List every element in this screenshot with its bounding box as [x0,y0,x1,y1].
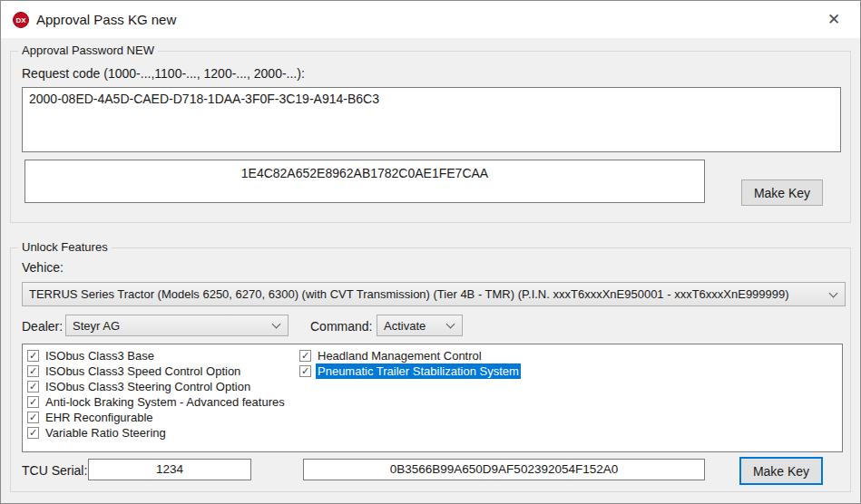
command-select[interactable]: Activate [377,315,463,336]
checkbox-checked-icon[interactable]: ✓ [299,350,311,362]
feature-item[interactable]: ✓ ISObus Class3 Speed Control Option [27,363,287,379]
feature-column-left: ✓ ISObus Class3 Base ✓ ISObus Class3 Spe… [27,348,287,441]
chevron-down-icon [446,320,455,329]
app-window: DX Approval Pass KG new ✕ Approval Passw… [0,0,861,504]
approval-group-title: Approval Password NEW [18,44,158,57]
title-bar[interactable]: DX Approval Pass KG new ✕ [1,1,860,38]
request-code-label: Request code (1000-...,1100-..., 1200-..… [22,66,305,81]
feature-item[interactable]: ✓ ISObus Class3 Steering Control Option [27,379,287,394]
command-label: Command: [310,319,372,334]
checkbox-checked-icon[interactable]: ✓ [299,365,311,377]
feature-list[interactable]: ✓ ISObus Class3 Base ✓ ISObus Class3 Spe… [22,344,843,452]
dealer-select[interactable]: Steyr AG [65,315,289,336]
approval-password-group: Approval Password NEW Request code (1000… [10,51,851,223]
close-icon[interactable]: ✕ [822,8,846,32]
window-title: Approval Pass KG new [36,12,176,27]
tcu-serial-label: TCU Serial: [22,463,87,478]
app-logo-icon: DX [13,12,29,28]
dealer-label: Dealer: [22,319,63,334]
vehicle-label: Vehice: [22,260,64,275]
feature-item[interactable]: ✓ Variable Ratio Steering [27,425,287,441]
checkbox-checked-icon[interactable]: ✓ [27,381,39,393]
approval-key-field[interactable]: 1E4C82A652E8962AB1782C0AE1FE7CAA [24,160,705,203]
chevron-down-icon [272,320,281,329]
vehicle-select[interactable]: TERRUS Series Tractor (Models 6250, 6270… [22,282,846,306]
command-select-value: Activate [384,319,426,333]
feature-column-right: ✓ Headland Management Control ✓ Pneumati… [299,348,521,379]
feature-item[interactable]: ✓ EHR Reconfigurable [27,410,287,425]
checkbox-checked-icon[interactable]: ✓ [27,412,39,423]
feature-item[interactable]: ✓ Anti-lock Braking System - Advanced fe… [27,394,287,410]
checkbox-checked-icon[interactable]: ✓ [27,365,39,377]
chevron-down-icon [829,288,838,297]
checkbox-checked-icon[interactable]: ✓ [27,396,39,408]
dealer-select-value: Steyr AG [73,319,120,333]
feature-item[interactable]: ✓ ISObus Class3 Base [27,348,287,363]
unlock-group-title: Unlock Features [18,240,112,254]
make-key-button-bottom[interactable]: Make Key [739,457,823,485]
make-key-button-top[interactable]: Make Key [741,179,823,206]
checkbox-checked-icon[interactable]: ✓ [27,427,39,439]
feature-item[interactable]: ✓ Headland Management Control [299,348,521,363]
tcu-key-field[interactable]: 0B3566B99A650D9AF502392054F152A0 [303,459,705,480]
checkbox-checked-icon[interactable]: ✓ [27,350,39,362]
vehicle-select-value: TERRUS Series Tractor (Models 6250, 6270… [29,287,789,301]
request-code-input[interactable]: 2000-08ED-4A5D-CAED-D718-1DAA-3F0F-3C19-… [22,87,841,152]
unlock-features-group: Unlock Features Vehice: TERRUS Series Tr… [10,247,851,492]
feature-item-selected[interactable]: ✓ Pneumatic Trailer Stabilization System [299,363,521,379]
tcu-serial-input[interactable]: 1234 [88,459,251,480]
